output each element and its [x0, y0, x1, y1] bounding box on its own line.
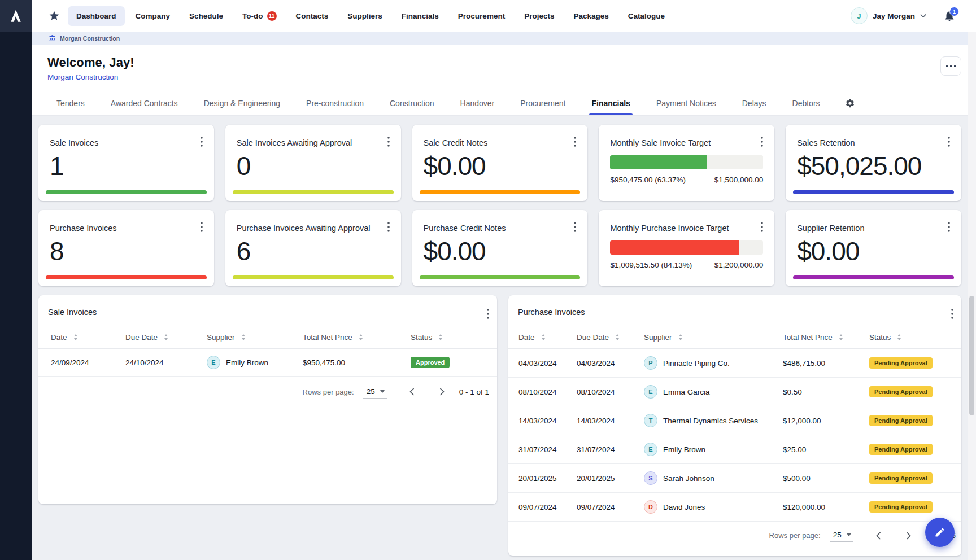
cell-due-date: 24/10/2024 — [125, 358, 207, 367]
tab-handover[interactable]: Handover — [460, 91, 495, 115]
page-header: Welcome, Jay! Morgan Construction Tender… — [32, 45, 976, 116]
status-badge: Approved — [411, 357, 450, 368]
nav-item-financials[interactable]: Financials — [393, 6, 447, 26]
notifications-bell-icon[interactable]: 1 — [943, 10, 956, 22]
table-row[interactable]: 04/03/2024 04/03/2024 P Pinnacle Piping … — [508, 349, 961, 378]
supplier-name: Emily Brown — [226, 358, 268, 367]
nav-item-schedule[interactable]: Schedule — [181, 6, 232, 26]
panel-menu-button[interactable] — [482, 308, 494, 320]
table-row[interactable]: 09/07/2024 09/07/2024 D David Jones $120… — [508, 493, 961, 522]
kpi-menu-button[interactable] — [196, 135, 207, 148]
panel-title: Purchase Invoices — [518, 308, 585, 317]
nav-item-catalogue[interactable]: Catalogue — [620, 6, 673, 26]
top-bar: DashboardCompanyScheduleTo-do11ContactsS… — [32, 0, 976, 32]
kpi-card-title: Monthly Sale Invoice Target — [610, 138, 763, 147]
table-row[interactable]: 31/07/2024 31/07/2024 E Emily Brown $25.… — [508, 435, 961, 464]
kpi-card-title: Supplier Retention — [797, 224, 950, 233]
column-header-total-net-price[interactable]: Total Net Price — [303, 333, 411, 342]
nav-item-projects[interactable]: Projects — [516, 6, 563, 26]
tab-tenders[interactable]: Tenders — [56, 91, 85, 115]
tab-design-engineering[interactable]: Design & Engineering — [204, 91, 280, 115]
kpi-card-purchase-invoices-awaiting-approval: Purchase Invoices Awaiting Approval 6 — [225, 210, 401, 286]
table-row[interactable]: 14/03/2024 14/03/2024 T Thermal Dynamics… — [508, 406, 961, 435]
pagination-next-button[interactable] — [437, 386, 447, 398]
panel-menu-button[interactable] — [947, 308, 958, 320]
tab-awarded-contracts[interactable]: Awarded Contracts — [111, 91, 178, 115]
column-header-date[interactable]: Date — [51, 333, 125, 342]
nav-item-packages[interactable]: Packages — [565, 6, 617, 26]
company-link[interactable]: Morgan Construction — [47, 73, 118, 81]
column-header-supplier[interactable]: Supplier — [644, 333, 783, 342]
cell-status: Approved — [411, 357, 497, 368]
kpi-menu-button[interactable] — [383, 221, 394, 233]
kpi-menu-button[interactable] — [383, 135, 394, 148]
status-badge: Pending Approval — [869, 357, 933, 369]
scrollbar-thumb[interactable] — [969, 296, 974, 415]
todo-count-badge: 11 — [267, 11, 277, 21]
column-header-status[interactable]: Status — [411, 333, 497, 342]
column-header-date[interactable]: Date — [518, 333, 577, 342]
column-header-total-net-price[interactable]: Total Net Price — [783, 333, 869, 342]
edit-fab-button[interactable] — [925, 518, 955, 547]
column-header-supplier[interactable]: Supplier — [207, 333, 303, 342]
cell-total-net-price: $25.00 — [783, 445, 869, 454]
kpi-card-title: Sale Invoices Awaiting Approval — [237, 138, 390, 147]
rows-per-page-select[interactable]: 25 — [830, 529, 853, 542]
sort-icon — [679, 334, 682, 340]
tab-payment-notices[interactable]: Payment Notices — [656, 91, 716, 115]
archdesk-logo-icon[interactable] — [0, 0, 32, 32]
nav-item-suppliers[interactable]: Suppliers — [339, 6, 391, 26]
table-row[interactable]: 24/09/2024 24/10/2024 E Emily Brown $950… — [38, 349, 497, 377]
kpi-menu-button[interactable] — [756, 135, 768, 148]
kpi-menu-button[interactable] — [569, 135, 581, 148]
nav-item-dashboard[interactable]: Dashboard — [68, 6, 125, 26]
cell-supplier: E Emma Garcia — [644, 385, 783, 399]
tabs-settings-gear-icon[interactable] — [845, 91, 855, 115]
nav-item-to-do[interactable]: To-do11 — [234, 6, 285, 27]
column-header-due-date[interactable]: Due Date — [125, 333, 207, 342]
nav-item-contacts[interactable]: Contacts — [287, 6, 337, 26]
pagination-prev-button[interactable] — [407, 386, 417, 398]
nav-item-procurement[interactable]: Procurement — [450, 6, 513, 26]
app-root: DashboardCompanyScheduleTo-do11ContactsS… — [0, 0, 976, 560]
sort-icon — [839, 334, 843, 340]
kpi-menu-button[interactable] — [756, 221, 768, 233]
kpi-value: 1 — [50, 152, 203, 180]
page-title: Welcome, Jay! — [47, 55, 976, 70]
table-row[interactable]: 20/01/2025 20/01/2025 S Sarah Johnson $5… — [508, 464, 961, 493]
user-menu[interactable]: J Jay Morgan — [851, 7, 926, 24]
bank-icon — [49, 34, 56, 42]
column-header-due-date[interactable]: Due Date — [577, 333, 644, 342]
favorites-star-icon[interactable] — [46, 8, 62, 24]
supplier-avatar: D — [644, 500, 657, 514]
rows-per-page-select[interactable]: 25 — [363, 386, 387, 399]
table-row[interactable]: 08/10/2024 08/10/2024 E Emma Garcia $0.5… — [508, 378, 961, 406]
more-options-button[interactable] — [940, 56, 961, 76]
kpi-menu-button[interactable] — [943, 135, 955, 148]
kpi-menu-button[interactable] — [196, 221, 207, 233]
tab-procurement[interactable]: Procurement — [520, 91, 565, 115]
kpi-value: $0.00 — [797, 238, 950, 265]
target-progress-fill — [610, 155, 707, 169]
sort-icon — [439, 334, 442, 340]
column-header-status[interactable]: Status — [869, 333, 961, 342]
tab-debtors[interactable]: Debtors — [792, 91, 820, 115]
cell-total-net-price: $486,715.00 — [783, 359, 869, 368]
tab-construction[interactable]: Construction — [390, 91, 434, 115]
dashboard-content: Sale Invoices 1 Sale Invoices Awaiting A… — [32, 116, 968, 560]
nav-item-company[interactable]: Company — [127, 6, 179, 26]
tab-delays[interactable]: Delays — [742, 91, 766, 115]
cell-date: 14/03/2024 — [518, 417, 577, 425]
breadcrumb[interactable]: Morgan Construction — [32, 32, 976, 45]
kpi-menu-button[interactable] — [943, 221, 955, 233]
kpi-card-sale-credit-notes: Sale Credit Notes $0.00 — [412, 125, 588, 201]
kpi-row-2: Purchase Invoices 8 Purchase Invoices Aw… — [38, 210, 961, 286]
kpi-menu-button[interactable] — [569, 221, 581, 233]
vertical-scrollbar[interactable] — [968, 32, 976, 560]
kpi-card-monthly-sale-invoice-target: Monthly Sale Invoice Target $950,475.00 … — [599, 125, 774, 201]
supplier-avatar: E — [207, 356, 220, 369]
pagination-prev-button[interactable] — [874, 530, 883, 542]
tab-pre-construction[interactable]: Pre-construction — [306, 91, 364, 115]
pagination-next-button[interactable] — [904, 530, 913, 542]
tab-financials[interactable]: Financials — [591, 91, 630, 115]
